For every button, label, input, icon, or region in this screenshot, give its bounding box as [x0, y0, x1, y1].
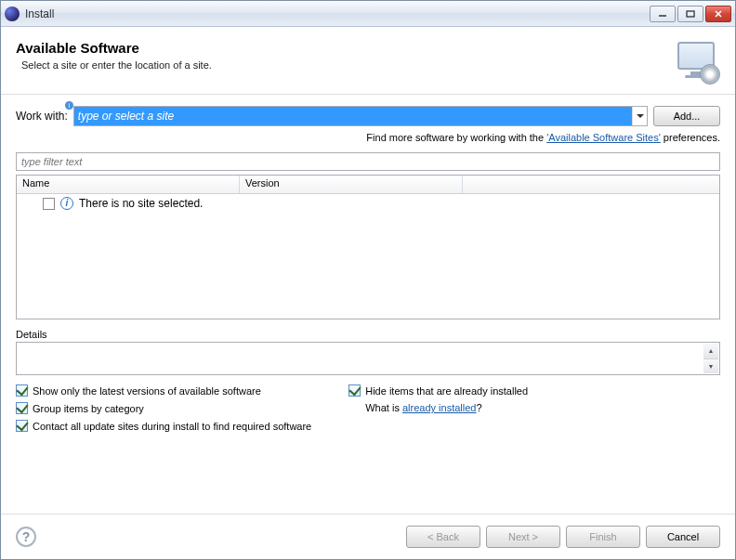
find-more-hint: Find more software by working with the '…	[16, 132, 720, 143]
filter-input[interactable]	[16, 152, 720, 171]
already-installed-link[interactable]: already installed	[402, 402, 477, 413]
cancel-button[interactable]: Cancel	[646, 526, 720, 548]
empty-message: There is no site selected.	[79, 197, 203, 210]
finish-button[interactable]: Finish	[566, 526, 640, 548]
checkmark-icon	[16, 402, 28, 414]
install-window: Install Available Software Select a site…	[0, 0, 736, 560]
eclipse-icon	[5, 7, 20, 21]
checkbox-contact-all-sites[interactable]: Contact all update sites during install …	[16, 420, 311, 432]
add-button[interactable]: Add...	[653, 106, 720, 126]
work-with-label: Work with:	[16, 110, 68, 123]
checkbox-hide-installed[interactable]: Hide items that are already installed	[348, 384, 528, 397]
spin-down-button[interactable]: ▼	[703, 359, 718, 374]
column-spacer	[463, 176, 719, 193]
help-icon[interactable]: ?	[16, 527, 36, 547]
checkbox-icon[interactable]	[43, 198, 55, 210]
checkbox-group-by-category[interactable]: Group items by category	[16, 402, 311, 414]
page-subtitle: Select a site or enter the location of a…	[21, 59, 676, 71]
software-tree[interactable]: Name Version i There is no site selected…	[16, 175, 720, 319]
details-label: Details	[16, 327, 720, 342]
work-with-combo[interactable]: i	[73, 106, 648, 126]
available-sites-link[interactable]: 'Available Software Sites'	[546, 132, 661, 143]
page-title: Available Software	[16, 40, 676, 56]
minimize-button[interactable]	[650, 6, 676, 22]
wizard-footer: ? < Back Next > Finish Cancel	[1, 514, 735, 559]
dropdown-button[interactable]	[632, 107, 647, 125]
checkmark-icon	[16, 384, 28, 397]
maximize-button[interactable]	[677, 6, 703, 22]
wizard-header: Available Software Select a site or ente…	[1, 27, 735, 95]
checkmark-icon	[16, 420, 28, 432]
window-title: Install	[25, 7, 54, 20]
titlebar[interactable]: Install	[1, 1, 735, 27]
content-area: Work with: i Add... Find more software b…	[1, 95, 735, 514]
install-software-icon	[676, 40, 720, 85]
next-button[interactable]: Next >	[486, 526, 560, 548]
work-with-input[interactable]	[74, 107, 632, 125]
spin-up-button[interactable]: ▲	[703, 344, 718, 359]
tree-header: Name Version	[17, 176, 719, 194]
close-button[interactable]	[705, 6, 731, 22]
back-button[interactable]: < Back	[406, 526, 480, 548]
info-badge-icon: i	[65, 101, 73, 110]
checkmark-icon	[348, 384, 361, 397]
column-name[interactable]: Name	[17, 176, 240, 193]
checkbox-latest-only[interactable]: Show only the latest versions of availab…	[16, 384, 311, 397]
what-is-installed: What is already installed?	[348, 402, 528, 413]
column-version[interactable]: Version	[240, 176, 463, 193]
svg-rect-1	[687, 11, 694, 17]
details-panel: ▲ ▼	[16, 342, 720, 375]
tree-empty-row: i There is no site selected.	[17, 194, 719, 213]
chevron-down-icon	[637, 114, 644, 118]
info-icon: i	[60, 197, 73, 210]
